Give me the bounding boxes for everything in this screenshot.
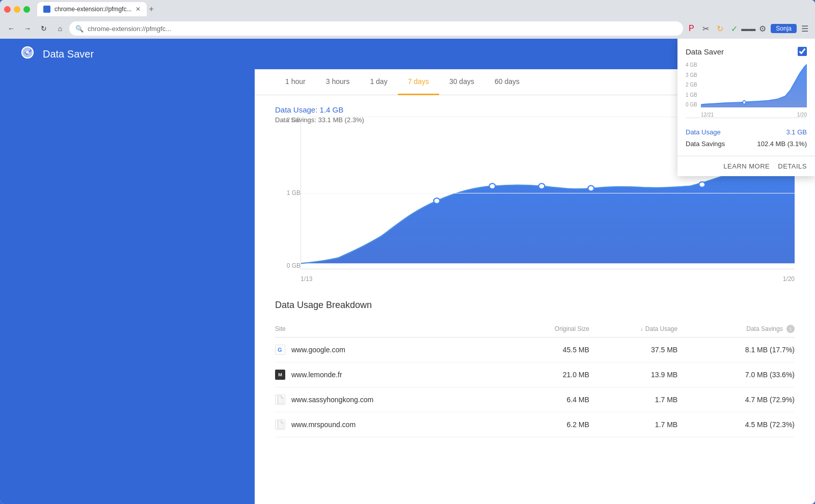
- data-usage-cell: 13.9 MB: [589, 362, 677, 387]
- popup-savings-label: Data Savings: [686, 140, 725, 148]
- chart-dot: [433, 198, 440, 204]
- col-data-savings: Data Savings i: [677, 321, 795, 338]
- popup-x-start: 12/21: [701, 112, 714, 118]
- details-button[interactable]: DETAILS: [778, 162, 807, 170]
- tab-1day[interactable]: 1 day: [360, 69, 397, 95]
- grid-line-middle: [301, 193, 795, 193]
- col-data-usage: ↓Data Usage: [589, 321, 677, 338]
- chart-dot: [699, 182, 705, 187]
- tab-title: chrome-extension://pfmgfc...: [55, 6, 131, 13]
- tab-60days[interactable]: 60 days: [484, 69, 530, 95]
- close-window-button[interactable]: [4, 6, 11, 13]
- glasses-icon[interactable]: ▬▬: [742, 22, 754, 35]
- site-cell: G www.google.com: [275, 338, 507, 362]
- menu-icon[interactable]: ☰: [799, 22, 811, 35]
- extension-icon[interactable]: ⚙: [756, 22, 769, 35]
- tab-7days[interactable]: 7 days: [398, 69, 439, 95]
- browser-toolbar: ← → ↻ ⌂ 🔍 chrome-extension://pfmgfc... P…: [0, 18, 815, 39]
- popup-usage-label: Data Usage: [686, 128, 721, 136]
- title-bar: chrome-extension://pfmgfc... ✕ +: [0, 0, 815, 18]
- user-button[interactable]: Sonja: [771, 24, 797, 33]
- original-size-cell: 6.2 MB: [507, 412, 589, 437]
- popup-y-labels: 4 GB 3 GB 2 GB 1 GB 0 GB: [686, 62, 697, 107]
- data-savings-cell: 8.1 MB (17.7%): [677, 338, 795, 362]
- maximize-window-button[interactable]: [23, 6, 30, 13]
- active-tab[interactable]: chrome-extension://pfmgfc... ✕: [37, 2, 147, 16]
- traffic-lights: [4, 6, 30, 13]
- x-label-start: 1/13: [301, 275, 312, 283]
- sort-arrow: ↓: [640, 325, 643, 332]
- popup-stats: Data Usage 3.1 GB Data Savings 102.4 MB …: [677, 122, 815, 154]
- datasaver-icon: [20, 45, 35, 63]
- site-favicon-lemonde: M: [275, 370, 285, 380]
- info-icon[interactable]: i: [786, 325, 795, 333]
- data-usage-cell: 1.7 MB: [589, 387, 677, 412]
- site-name: www.mrspound.com: [291, 421, 356, 429]
- datasaver-toggle[interactable]: [798, 47, 807, 56]
- original-size-cell: 21.0 MB: [507, 362, 589, 387]
- col-site: Site: [275, 321, 507, 338]
- y-label-0gb: 0 GB: [275, 262, 301, 269]
- site-cell: www.mrspound.com: [275, 412, 507, 437]
- check-icon[interactable]: ✓: [728, 22, 740, 35]
- popup-savings-row: Data Savings 102.4 MB (3.1%): [686, 138, 807, 150]
- minimize-window-button[interactable]: [14, 6, 20, 13]
- popup-x-end: 1/20: [797, 112, 807, 118]
- home-button[interactable]: ⌂: [53, 21, 67, 36]
- site-favicon-doc: [275, 395, 285, 405]
- tab-1hour[interactable]: 1 hour: [275, 69, 316, 95]
- tab-bar: chrome-extension://pfmgfc... ✕ +: [37, 2, 811, 16]
- refresh-icon[interactable]: ↻: [714, 22, 726, 35]
- popup-y-0gb: 0 GB: [686, 102, 697, 107]
- data-savings-cell: 4.5 MB (72.3%): [677, 412, 795, 437]
- popup-title: Data Saver: [686, 47, 724, 56]
- learn-more-button[interactable]: LEARN MORE: [723, 162, 770, 170]
- table-row: www.sassyhongkong.com 6.4 MB 1.7 MB 4.7 …: [275, 387, 795, 412]
- site-favicon-doc2: [275, 419, 285, 430]
- chart-dot: [538, 183, 545, 189]
- table-row: www.mrspound.com 6.2 MB 1.7 MB 4.5 MB (7…: [275, 412, 795, 437]
- popup-chart-area: [701, 62, 807, 107]
- popup-usage-row: Data Usage 3.1 GB: [686, 126, 807, 138]
- tab-3hours[interactable]: 3 hours: [316, 69, 360, 95]
- site-name: www.sassyhongkong.com: [291, 396, 373, 404]
- x-label-end: 1/20: [783, 275, 795, 283]
- site-name: www.google.com: [291, 346, 345, 354]
- table-row: G www.google.com 45.5 MB 37.5 MB 8.1 MB …: [275, 338, 795, 362]
- popup-savings-value: 102.4 MB (3.1%): [757, 140, 807, 148]
- chart-dot: [588, 186, 594, 191]
- cut-icon[interactable]: ✂: [699, 22, 712, 35]
- site-cell: www.sassyhongkong.com: [275, 387, 507, 412]
- tab-favicon: [43, 6, 50, 13]
- back-button[interactable]: ←: [4, 21, 18, 36]
- reload-button[interactable]: ↻: [37, 21, 51, 36]
- data-usage-cell: 1.7 MB: [589, 412, 677, 437]
- forward-button[interactable]: →: [20, 21, 35, 36]
- popup-y-4gb: 4 GB: [686, 62, 697, 68]
- popup-chart-svg: [701, 62, 807, 107]
- svg-point-2: [743, 101, 746, 104]
- address-text: chrome-extension://pfmgfc...: [88, 25, 171, 33]
- y-label-2gb: 2 GB: [275, 117, 301, 124]
- address-bar[interactable]: 🔍 chrome-extension://pfmgfc...: [69, 21, 683, 36]
- site-name: www.lemonde.fr: [291, 371, 342, 379]
- site-cell: M www.lemonde.fr: [275, 362, 507, 387]
- data-savings-cell: 4.7 MB (72.9%): [677, 387, 795, 412]
- chart-dot: [489, 183, 495, 189]
- tab-30days[interactable]: 30 days: [439, 69, 484, 95]
- pinterest-icon[interactable]: P: [685, 22, 697, 35]
- new-tab-button[interactable]: +: [149, 5, 153, 14]
- datasaver-popup: Data Saver 4 GB 3 GB 2 GB 1 GB 0 GB: [677, 39, 815, 176]
- toolbar-right: P ✂ ↻ ✓ ▬▬ ⚙ Sonja ☰: [685, 22, 811, 35]
- col-original-size: Original Size: [507, 321, 589, 338]
- datasaver-title: Data Saver: [43, 48, 94, 60]
- tab-close-button[interactable]: ✕: [135, 6, 141, 13]
- popup-x-labels: 12/21 1/20: [701, 112, 807, 118]
- svg-text:G: G: [278, 347, 282, 353]
- popup-divider: [677, 156, 815, 156]
- popup-y-3gb: 3 GB: [686, 72, 697, 78]
- original-size-cell: 6.4 MB: [507, 387, 589, 412]
- popup-actions: LEARN MORE DETAILS: [677, 158, 815, 172]
- popup-header: Data Saver: [677, 39, 815, 62]
- site-favicon-google: G: [275, 345, 285, 355]
